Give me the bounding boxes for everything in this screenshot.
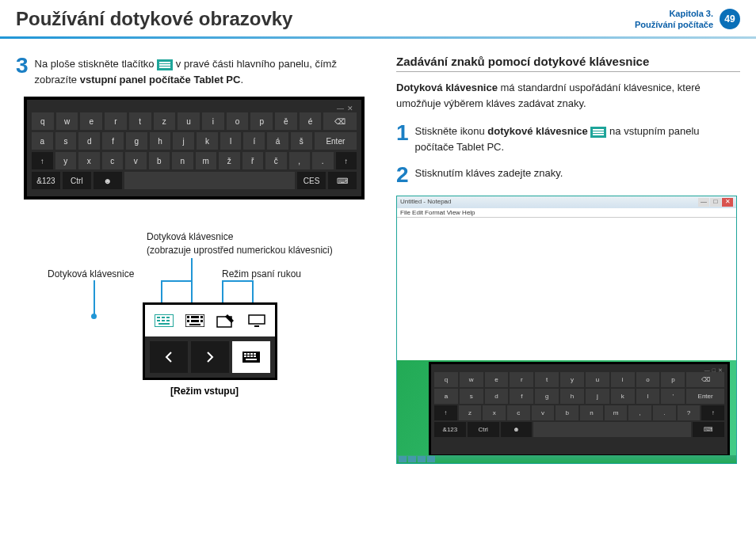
key[interactable]: ⌫ <box>323 112 357 130</box>
key[interactable]: ⌨ <box>693 422 724 437</box>
touch-keyboard-icon[interactable] <box>153 313 175 329</box>
key[interactable]: p <box>250 112 273 130</box>
key[interactable]: á <box>267 132 288 150</box>
key[interactable]: m <box>605 405 628 420</box>
key[interactable]: d <box>485 389 509 404</box>
key[interactable]: a <box>434 389 458 404</box>
keyboard-button[interactable] <box>232 341 270 373</box>
key[interactable] <box>124 172 295 189</box>
key[interactable]: Enter <box>686 389 724 404</box>
key[interactable]: č <box>265 152 287 169</box>
next-button[interactable] <box>191 341 229 373</box>
key[interactable]: . <box>653 405 676 420</box>
key[interactable]: a <box>32 132 53 150</box>
text: . <box>240 74 243 86</box>
chapter-line1: Kapitola 3. <box>635 8 713 19</box>
key[interactable]: . <box>312 152 334 169</box>
key[interactable]: w <box>460 372 483 387</box>
key[interactable]: u <box>586 372 609 387</box>
key[interactable]: ⌨ <box>328 172 357 189</box>
key[interactable]: q <box>32 112 54 130</box>
key[interactable]: f <box>510 389 533 404</box>
maximize-icon[interactable]: □ <box>710 198 721 207</box>
key[interactable]: w <box>56 112 78 130</box>
key[interactable]: š <box>291 132 312 150</box>
key[interactable]: c <box>102 152 124 169</box>
key[interactable]: ⌫ <box>686 372 724 387</box>
key[interactable]: ? <box>678 405 701 420</box>
key[interactable]: Ctrl <box>468 422 499 437</box>
key[interactable]: ↑ <box>336 152 357 169</box>
text-bold: vstupní panel počítače Tablet PC <box>80 74 241 86</box>
key[interactable]: v <box>125 152 147 169</box>
numeric-keyboard-icon[interactable] <box>184 313 206 329</box>
key[interactable]: ↑ <box>701 405 724 420</box>
key[interactable]: l <box>636 389 660 404</box>
right-column: Zadávání znaků pomocí dotykové klávesnic… <box>396 55 740 464</box>
key[interactable]: j <box>173 132 194 150</box>
key[interactable]: í <box>243 132 265 150</box>
minimize-icon[interactable]: — <box>698 198 709 207</box>
key[interactable]: n <box>172 152 193 169</box>
key[interactable]: t <box>535 372 559 387</box>
close-icon[interactable]: ✕ <box>722 198 733 207</box>
key[interactable]: ž <box>219 152 240 169</box>
key[interactable]: e <box>485 372 509 387</box>
key[interactable]: q <box>434 372 458 387</box>
key[interactable]: z <box>459 405 482 420</box>
key[interactable]: e <box>80 112 102 130</box>
key[interactable] <box>533 422 691 437</box>
key[interactable]: , <box>628 405 651 420</box>
key[interactable]: u <box>178 112 200 130</box>
key[interactable]: h <box>560 389 584 404</box>
key[interactable]: d <box>78 132 100 150</box>
key[interactable]: Ctrl <box>63 172 91 189</box>
key[interactable]: g <box>126 132 147 150</box>
key[interactable]: j <box>586 389 609 404</box>
key[interactable]: f <box>102 132 124 150</box>
key[interactable]: t <box>129 112 151 130</box>
key[interactable]: i <box>611 372 635 387</box>
key[interactable]: ě <box>275 112 297 130</box>
key[interactable]: y <box>55 152 77 169</box>
key[interactable]: ↑ <box>434 405 457 420</box>
key[interactable]: &123 <box>32 172 60 189</box>
key[interactable]: n <box>580 405 603 420</box>
key[interactable]: v <box>532 405 555 420</box>
handwriting-icon[interactable] <box>215 313 237 329</box>
key[interactable]: x <box>78 152 100 169</box>
key[interactable]: m <box>196 152 217 169</box>
key[interactable]: z <box>154 112 176 130</box>
key[interactable]: o <box>636 372 660 387</box>
key[interactable]: h <box>150 132 171 150</box>
key[interactable]: ' <box>661 389 685 404</box>
key[interactable]: k <box>611 389 635 404</box>
key[interactable]: s <box>460 389 483 404</box>
key[interactable]: é <box>300 112 322 130</box>
key[interactable]: o <box>227 112 249 130</box>
key[interactable]: s <box>55 132 77 150</box>
key[interactable]: i <box>202 112 224 130</box>
key[interactable]: CES <box>297 172 326 189</box>
prev-button[interactable] <box>150 341 188 373</box>
key[interactable]: y <box>560 372 584 387</box>
key[interactable]: l <box>220 132 242 150</box>
key[interactable]: ☻ <box>94 172 122 189</box>
desktop-area: —□✕ qwertyuiop⌫asdfghjkl'Enter↑zxcvbnm,.… <box>397 360 736 463</box>
key[interactable]: k <box>197 132 218 150</box>
key[interactable]: Enter <box>315 132 357 150</box>
key[interactable]: , <box>289 152 311 169</box>
key[interactable]: p <box>661 372 685 387</box>
key[interactable]: x <box>483 405 506 420</box>
key[interactable]: ↑ <box>32 152 53 169</box>
key[interactable]: ř <box>242 152 264 169</box>
dock-icon[interactable] <box>246 313 268 329</box>
key[interactable]: g <box>535 389 559 404</box>
key[interactable]: b <box>556 405 578 420</box>
key[interactable]: r <box>105 112 127 130</box>
key[interactable]: &123 <box>434 422 466 437</box>
key[interactable]: c <box>507 405 530 420</box>
key[interactable]: r <box>510 372 533 387</box>
key[interactable]: b <box>149 152 170 169</box>
key[interactable]: ☻ <box>501 422 533 437</box>
